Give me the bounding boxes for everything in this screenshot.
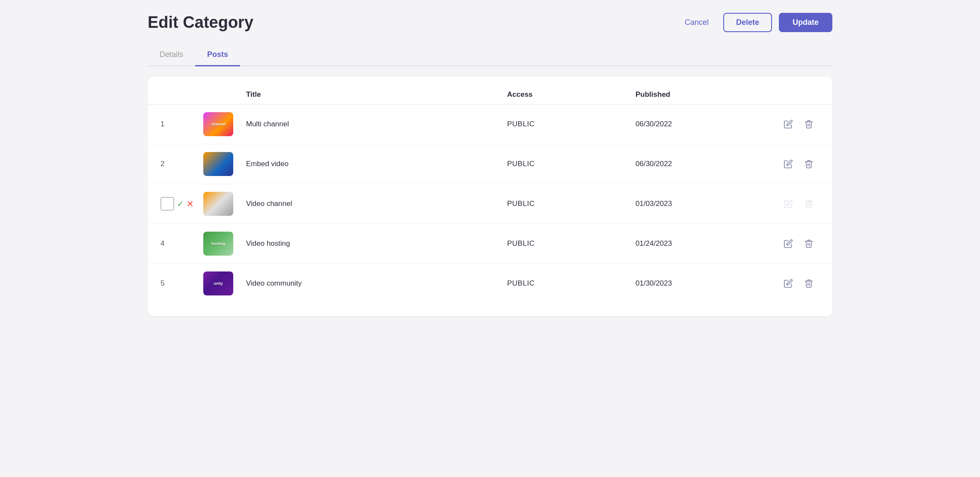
update-button[interactable]: Update [779,13,832,32]
table-row: 4 hosting Video hosting PUBLIC 01/24/202… [148,224,832,264]
tab-posts[interactable]: Posts [195,44,240,66]
row-title: Embed video [246,160,507,168]
row-actions [764,118,815,131]
page-title: Edit Category [148,13,253,32]
pencil-icon [784,119,793,129]
row-actions [764,277,815,290]
row-actions [764,197,815,210]
row-thumbnail: unity [203,271,233,295]
col-header-title: Title [246,90,507,99]
row-actions [764,158,815,170]
row-published: 01/30/2023 [636,279,764,288]
table-row: ✓ ✕ Video channel PUBLIC 01/03/2023 [148,184,832,224]
row-thumbnail [203,152,233,176]
content-area: Title Access Published 1 channel Multi c… [148,77,832,316]
tab-details[interactable]: Details [148,44,195,66]
row-access: PUBLIC [507,279,636,288]
edit-button [782,197,795,210]
delete-row-button[interactable] [802,277,815,290]
col-header-published: Published [636,90,764,99]
inline-checkbox[interactable] [160,197,174,211]
edit-button[interactable] [782,277,795,290]
delete-row-button [802,197,815,210]
edit-button[interactable] [782,158,795,170]
pencil-icon [784,279,793,288]
row-access: PUBLIC [507,120,636,128]
cancel-icon[interactable]: ✕ [187,199,194,209]
table-row: 2 Embed video PUBLIC 06/30/2022 [148,144,832,184]
edit-button[interactable] [782,118,795,131]
row-published: 06/30/2022 [636,120,764,128]
row-thumbnail [203,192,233,216]
row-number: 2 [160,160,203,168]
row-number: 4 [160,239,203,248]
cancel-button[interactable]: Cancel [677,14,716,31]
pencil-icon [784,199,793,209]
row-title: Video channel [246,200,507,208]
row-title: Video community [246,279,507,288]
row-number: 5 [160,279,203,288]
row-published: 06/30/2022 [636,160,764,168]
delete-button[interactable]: Delete [723,13,772,32]
table-header: Title Access Published [148,85,832,104]
col-header-access: Access [507,90,636,99]
header-actions: Cancel Delete Update [677,13,832,32]
row-access: PUBLIC [507,239,636,248]
table-row: 1 channel Multi channel PUBLIC 06/30/202… [148,104,832,144]
confirm-icon[interactable]: ✓ [177,199,184,209]
trash-icon [804,279,814,288]
tabs: Details Posts [148,44,832,66]
row-inline-edit-controls: ✓ ✕ [160,197,203,211]
row-actions [764,237,815,250]
pencil-icon [784,239,793,248]
header: Edit Category Cancel Delete Update [148,13,832,32]
row-access: PUBLIC [507,160,636,168]
row-access: PUBLIC [507,200,636,208]
row-thumbnail: hosting [203,232,233,256]
trash-icon [804,159,814,169]
delete-row-button[interactable] [802,118,815,131]
row-title: Multi channel [246,120,507,128]
edit-button[interactable] [782,237,795,250]
table-row: 5 unity Video community PUBLIC 01/30/202… [148,264,832,303]
delete-row-button[interactable] [802,158,815,170]
trash-icon [804,199,814,209]
trash-icon [804,239,814,248]
pencil-icon [784,159,793,169]
row-number: 1 [160,120,203,128]
trash-icon [804,119,814,129]
row-published: 01/24/2023 [636,239,764,248]
row-title: Video hosting [246,239,507,248]
page-container: Edit Category Cancel Delete Update Detai… [148,13,832,316]
delete-row-button[interactable] [802,237,815,250]
row-thumbnail: channel [203,112,233,136]
row-published: 01/03/2023 [636,200,764,208]
